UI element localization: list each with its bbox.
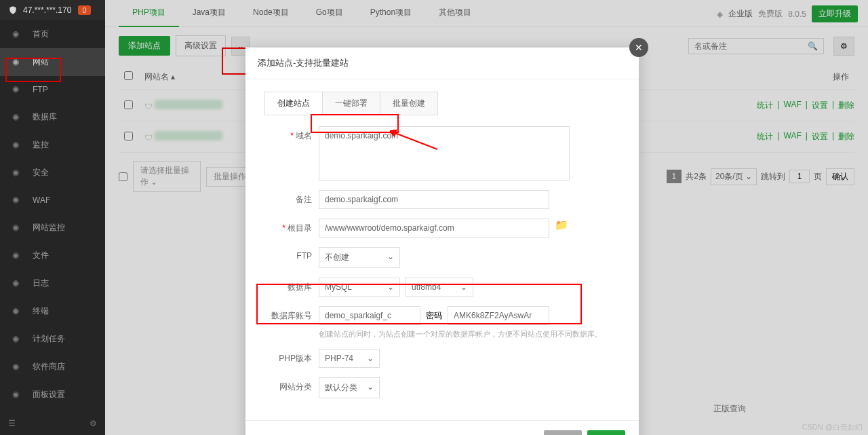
modal-tab-2[interactable]: 批量创建 bbox=[380, 92, 437, 115]
db-hint: 创建站点的同时，为站点创建一个对应的数据库帐户，方便不同站点使用不同数据库。 bbox=[319, 329, 602, 339]
modal-tabs: 创建站点一键部署批量创建 bbox=[264, 92, 438, 115]
modal-tab-0[interactable]: 创建站点 bbox=[265, 92, 323, 115]
category-select[interactable]: 默认分类 ⌄ bbox=[319, 377, 380, 398]
folder-icon[interactable]: 📁 bbox=[555, 219, 568, 231]
label-ftp: FTP bbox=[264, 247, 319, 261]
root-input[interactable] bbox=[319, 219, 549, 238]
label-note: 备注 bbox=[264, 190, 319, 206]
modal-tab-1[interactable]: 一键部署 bbox=[323, 92, 380, 115]
add-site-modal: ✕ 添加站点-支持批量建站 创建站点一键部署批量创建 *域名 demo.spar… bbox=[245, 48, 639, 435]
highlight-db bbox=[256, 284, 582, 324]
label-category: 网站分类 bbox=[264, 377, 319, 393]
modal-title: 添加站点-支持批量建站 bbox=[245, 48, 639, 79]
label-domain: 域名 bbox=[296, 131, 312, 140]
submit-button[interactable]: 提交 bbox=[587, 430, 625, 435]
label-php-version: PHP版本 bbox=[264, 349, 319, 364]
copyright-link[interactable]: 正版查询 bbox=[713, 403, 746, 415]
domain-input[interactable]: demo.sparkaigf.com bbox=[319, 126, 570, 181]
close-icon[interactable]: ✕ bbox=[629, 38, 648, 57]
cancel-button[interactable]: 取消 bbox=[544, 430, 582, 435]
label-root: 根目录 bbox=[288, 223, 312, 233]
highlight-domain bbox=[311, 114, 399, 133]
note-input[interactable] bbox=[319, 190, 549, 209]
watermark: CSDN @白云如幻 bbox=[802, 422, 863, 432]
php-version-select[interactable]: PHP-74 ⌄ bbox=[319, 349, 380, 368]
ftp-select[interactable]: 不创建 ⌄ bbox=[319, 247, 400, 268]
